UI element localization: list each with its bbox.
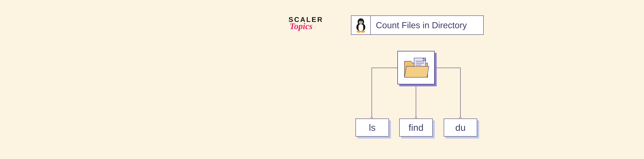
command-label: find (408, 122, 424, 133)
svg-point-9 (361, 30, 365, 33)
logo-text-topics: Topics (290, 21, 335, 31)
connector-center-vertical (416, 84, 416, 118)
command-box-find: find (399, 118, 433, 136)
svg-point-10 (356, 24, 358, 30)
title-box: Count Files in Directory (351, 16, 484, 35)
command-box-ls: ls (356, 118, 389, 136)
connector-left-vertical (372, 68, 372, 118)
command-label: du (455, 122, 466, 133)
scaler-topics-logo: SCALER Topics (288, 16, 335, 31)
svg-point-6 (361, 21, 362, 22)
command-label: ls (369, 122, 376, 133)
tux-linux-icon (354, 17, 368, 33)
command-box-du: du (444, 118, 477, 136)
title-text-section: Count Files in Directory (371, 16, 483, 34)
folder-document-icon (402, 55, 430, 80)
svg-point-5 (360, 21, 360, 22)
svg-point-8 (357, 30, 361, 33)
title-icon-section (351, 16, 371, 34)
connector-right-vertical (460, 68, 460, 118)
diagram-container: SCALER Topics (280, 16, 493, 144)
svg-point-2 (358, 24, 364, 31)
diagram-title: Count Files in Directory (376, 20, 467, 30)
folder-box (397, 51, 435, 84)
svg-point-7 (360, 22, 362, 24)
svg-point-11 (363, 24, 365, 30)
